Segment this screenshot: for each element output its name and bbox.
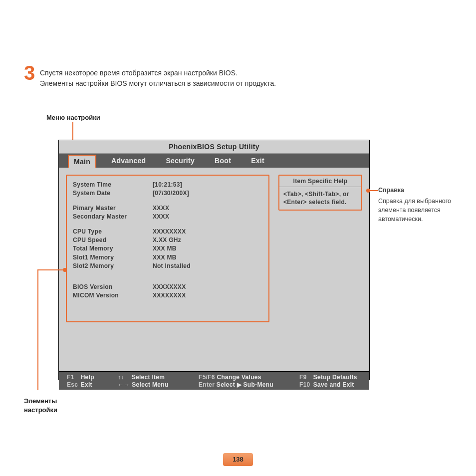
side-note-title: Справка [378, 186, 468, 195]
footer-col: ↑↓ Select Item←→ Select Menu [118, 374, 193, 388]
settings-row[interactable]: Pimary MasterXXXX [73, 204, 262, 213]
settings-gap [73, 222, 262, 228]
settings-gap [73, 277, 262, 283]
settings-value: Not Installed [153, 262, 191, 270]
callout-line-help [369, 190, 378, 191]
footer-hint: Esc Exit [67, 381, 112, 388]
tab-security[interactable]: Security [161, 154, 200, 168]
footer-col: F5/F6 Change ValuesEnter Select ▶ Sub-Me… [199, 374, 293, 388]
tab-exit[interactable]: Exit [246, 154, 269, 168]
settings-value: X.XX GHz [153, 236, 181, 244]
help-panel: Item Specific Help <Tab>, <Shift-Tab>, o… [278, 175, 362, 211]
settings-value: XXXXXXXX [153, 291, 186, 300]
bios-title: PhoenixBIOS Setup Utility [59, 140, 369, 154]
settings-key: Pimary Master [73, 204, 153, 213]
footer-hint: F9 Setup Defaults [299, 374, 357, 381]
settings-key: Slot1 Memory [73, 253, 153, 262]
settings-value: XXX MB [153, 244, 177, 253]
footer-key: F1 [67, 374, 79, 381]
settings-key: Total Memory [73, 244, 153, 253]
step-description: Спустя некоторое время отобразится экран… [40, 68, 446, 89]
footer-label: Select ▶ Sub-Menu [215, 381, 273, 388]
settings-row[interactable]: Slot1 MemoryXXX MB [73, 253, 262, 262]
bios-window: PhoenixBIOS Setup Utility Main Advanced … [58, 140, 370, 380]
bios-body: System Time[10:21:53]System Date[07/30/2… [59, 168, 369, 371]
footer-hint: Enter Select ▶ Sub-Menu [199, 381, 293, 388]
step-number: 3 [24, 62, 35, 84]
footer-hint: F10 Save and Exit [299, 381, 357, 388]
step-line-2: Элементы настройки BIOS могут отличаться… [40, 78, 446, 89]
settings-row[interactable]: Secondary MasterXXXX [73, 213, 262, 221]
manual-page: 3 Спустя некоторое время отобразится экр… [0, 0, 476, 476]
settings-row[interactable]: System Time[10:21:53] [73, 181, 262, 189]
settings-row[interactable]: BIOS VersionXXXXXXXX [73, 283, 262, 291]
callout-label-elements: Элементы настройки [24, 397, 57, 414]
bios-footer: F1 HelpEsc Exit↑↓ Select Item←→ Select M… [59, 371, 369, 390]
help-panel-title: Item Specific Help [279, 176, 361, 187]
callout-label-elements-l1: Элементы [24, 397, 57, 406]
footer-key: F9 [299, 374, 311, 381]
settings-row[interactable]: System Date[07/30/200X] [73, 189, 262, 198]
footer-hint: ↑↓ Select Item [118, 374, 193, 381]
footer-key: Esc [67, 381, 79, 388]
settings-value: XXX MB [153, 253, 177, 262]
footer-key: ↑↓ [118, 374, 130, 381]
page-number-badge: 138 [223, 453, 253, 466]
footer-hint: F1 Help [67, 374, 112, 381]
settings-value: XXXX [153, 213, 169, 221]
footer-col: F9 Setup DefaultsF10 Save and Exit [299, 374, 357, 388]
step-line-1: Спустя некоторое время отобразится экран… [40, 68, 446, 78]
footer-label: Select Item [130, 374, 165, 381]
footer-label: Setup Defaults [311, 374, 357, 381]
settings-row[interactable]: Total MemoryXXX MB [73, 244, 262, 253]
tab-boot[interactable]: Boot [210, 154, 236, 168]
callout-label-menu: Меню настройки [46, 114, 100, 121]
settings-row[interactable]: CPU TypeXXXXXXXX [73, 228, 262, 236]
settings-row[interactable]: CPU SpeedX.XX GHz [73, 236, 262, 244]
settings-key: Secondary Master [73, 213, 153, 221]
footer-key: Enter [199, 381, 215, 388]
settings-panel: System Time[10:21:53]System Date[07/30/2… [66, 175, 269, 322]
footer-key: F5/F6 [199, 374, 215, 381]
footer-label: Exit [79, 381, 92, 388]
settings-key: System Date [73, 189, 153, 198]
callout-line-v [37, 269, 38, 390]
settings-value: XXXXXXXX [153, 228, 186, 236]
settings-row[interactable]: Slot2 MemoryNot Installed [73, 262, 262, 270]
footer-label: Select Menu [130, 381, 169, 388]
bios-menu-bar: Main Advanced Security Boot Exit [59, 154, 369, 168]
tab-advanced[interactable]: Advanced [106, 154, 151, 168]
settings-key: MICOM Version [73, 291, 153, 300]
footer-key: ←→ [118, 381, 130, 388]
footer-label: Help [79, 374, 94, 381]
tab-main[interactable]: Main [68, 155, 96, 168]
callout-label-elements-l2: настройки [24, 406, 57, 415]
footer-label: Change Values [215, 374, 261, 381]
footer-hint: F5/F6 Change Values [199, 374, 293, 381]
footer-label: Save and Exit [311, 381, 354, 388]
settings-key: CPU Speed [73, 236, 153, 244]
settings-key: Slot2 Memory [73, 262, 153, 270]
help-panel-body: <Tab>, <Shift-Tab>, or <Enter> selects f… [279, 187, 361, 209]
settings-row[interactable]: MICOM VersionXXXXXXXX [73, 291, 262, 300]
settings-gap [73, 198, 262, 204]
footer-col: F1 HelpEsc Exit [67, 374, 112, 388]
settings-key: System Time [73, 181, 153, 189]
settings-key: BIOS Version [73, 283, 153, 291]
footer-hint: ←→ Select Menu [118, 381, 193, 388]
settings-gap [73, 271, 262, 277]
settings-value: XXXXXXXX [153, 283, 186, 291]
settings-value: XXXX [153, 204, 169, 213]
settings-value: [10:21:53] [153, 181, 182, 189]
settings-key: CPU Type [73, 228, 153, 236]
callout-line-h [37, 269, 65, 270]
side-note-help: Справка Справка для выбранного элемента … [378, 186, 468, 224]
footer-key: F10 [299, 381, 311, 388]
side-note-body: Справка для выбранного элемента появляет… [378, 197, 468, 224]
settings-value: [07/30/200X] [153, 189, 189, 198]
